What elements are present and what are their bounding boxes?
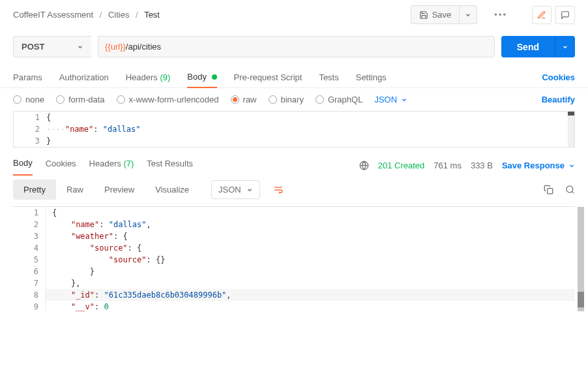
resp-tab-body[interactable]: Body (13, 155, 33, 176)
globe-icon[interactable] (359, 161, 369, 170)
svg-point-4 (566, 186, 573, 193)
view-visualize[interactable]: Visualize (145, 179, 199, 200)
response-size: 333 B (471, 161, 493, 170)
svg-line-5 (572, 191, 574, 193)
comment-icon (561, 10, 570, 20)
tab-settings[interactable]: Settings (356, 67, 387, 87)
tab-body[interactable]: Body (187, 67, 216, 88)
save-dropdown-button[interactable] (459, 5, 477, 24)
tab-tests[interactable]: Tests (319, 67, 338, 87)
chevron-down-icon (401, 97, 407, 103)
url-path: /api/cities (126, 42, 161, 52)
method-select[interactable]: POST (13, 36, 91, 57)
beautify-button[interactable]: Beautify (542, 95, 575, 104)
search-response-button[interactable] (565, 185, 575, 195)
wrap-lines-button[interactable] (269, 181, 287, 199)
tab-headers[interactable]: Headers (9) (126, 67, 171, 87)
comments-button[interactable] (555, 6, 575, 24)
svg-rect-3 (548, 189, 553, 194)
body-opt-urlencoded[interactable]: x-www-form-urlencoded (117, 95, 219, 104)
body-opt-binary[interactable]: binary (269, 95, 304, 104)
url-input[interactable]: {{url}}/api/cities (98, 36, 495, 57)
tab-params[interactable]: Params (13, 67, 42, 87)
view-raw[interactable]: Raw (56, 179, 94, 200)
view-pretty[interactable]: Pretty (13, 179, 56, 200)
body-format-select[interactable]: JSON (374, 95, 407, 104)
breadcrumb: CoffeeIT Assessment / Cities / Test (13, 10, 404, 20)
breadcrumb-leaf[interactable]: Test (144, 10, 160, 20)
body-opt-form-data[interactable]: form-data (56, 95, 105, 104)
dot-indicator-icon (212, 74, 217, 80)
request-body-editor[interactable]: 1 { 2 ····"name": "dallas" 3 } (13, 111, 575, 148)
url-variable: {{url}} (105, 42, 126, 52)
body-opt-none[interactable]: none (13, 95, 44, 104)
status-code: 201 Created (378, 161, 425, 170)
pencil-icon (537, 10, 546, 20)
method-value: POST (22, 42, 44, 52)
resp-tab-headers[interactable]: Headers (7) (89, 156, 134, 175)
copy-response-button[interactable] (544, 185, 553, 195)
response-format-select[interactable]: JSON (211, 180, 260, 199)
chevron-down-icon (77, 44, 83, 50)
response-body-editor[interactable]: 1{ 2 "name": "dallas", 3 "weather": { 4 … (13, 206, 575, 313)
view-preview[interactable]: Preview (94, 179, 145, 200)
body-opt-raw[interactable]: raw (231, 95, 257, 104)
response-time: 761 ms (434, 161, 462, 170)
body-opt-graphql[interactable]: GraphQL (316, 95, 362, 104)
chevron-down-icon (562, 44, 568, 50)
save-icon (419, 10, 428, 20)
breadcrumb-mid[interactable]: Cities (108, 10, 130, 20)
tab-authorization[interactable]: Authorization (59, 67, 109, 87)
cookies-link[interactable]: Cookies (542, 72, 575, 82)
edit-doc-button[interactable] (532, 6, 551, 24)
save-button[interactable]: Save (411, 5, 460, 24)
resp-tab-cookies[interactable]: Cookies (46, 156, 76, 175)
tab-prerequest[interactable]: Pre-request Script (234, 67, 302, 87)
save-response-button[interactable]: Save Response (502, 161, 575, 170)
breadcrumb-root[interactable]: CoffeeIT Assessment (13, 10, 93, 20)
save-label: Save (432, 10, 452, 20)
send-button[interactable]: Send (501, 36, 555, 57)
more-actions-button[interactable]: ••• (489, 7, 512, 22)
send-label: Send (517, 42, 539, 52)
send-dropdown-button[interactable] (555, 36, 575, 57)
chevron-down-icon (465, 12, 471, 18)
response-scrollbar[interactable] (578, 207, 584, 311)
resp-tab-test-results[interactable]: Test Results (147, 156, 193, 175)
